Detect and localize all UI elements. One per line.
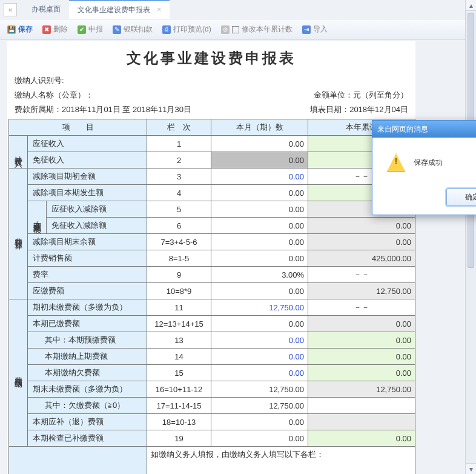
section-sub-period: 本期减除额	[28, 201, 47, 234]
section-calc: 费额计算	[9, 169, 28, 299]
row-item: 本期应补（退）费额	[28, 414, 147, 430]
tab-desktop[interactable]: 办税桌面	[23, 1, 69, 18]
section-pay: 费额缴纳	[9, 299, 28, 447]
row-item: 其中：欠缴费额（≧0）	[28, 398, 147, 414]
amount-unit: 金额单位：元（列至角分）	[314, 90, 408, 101]
fill-date: 2018年12月04日	[349, 105, 408, 114]
print-label: 打印预览(d)	[173, 24, 211, 35]
row-item: 免征收入	[28, 152, 147, 169]
row-item: 费率	[28, 267, 147, 283]
table-row: 其中：欠缴费额（≧0）17=11-14-1512,750.00	[9, 398, 415, 414]
import-label: 导入	[313, 24, 328, 35]
table-row: 应缴费额10=8*90.0012,750.00	[9, 283, 415, 299]
row-item: 减除项目本期发生额	[28, 185, 147, 201]
row-item: 本期缴纳欠费额	[28, 365, 147, 381]
table-row: 本期检查已补缴费额190.000.00	[9, 430, 415, 447]
save-label: 保存	[18, 24, 33, 35]
unionpay-button[interactable]: ✎银联扣款	[113, 24, 153, 35]
declare-button[interactable]: ✔申报	[78, 24, 103, 35]
message-dialog: 来自网页的消息 ✕ 保存成功 确定	[372, 120, 476, 215]
delete-button[interactable]: ✖删除	[42, 24, 68, 35]
block-icon: ⊘	[221, 25, 230, 34]
row-item: 应征收入	[28, 136, 147, 152]
row-item: 期初未缴费额（多缴为负）	[28, 299, 147, 316]
table-row: 期末未缴费额（多缴为负）16=10+11-1212,750.0012,750.0…	[9, 381, 415, 398]
unionpay-label: 银联扣款	[124, 24, 153, 35]
row-item: 应缴费额	[28, 283, 147, 299]
ok-button[interactable]: 确定	[446, 189, 476, 206]
period-from: 2018年11月01日	[62, 104, 121, 115]
row-item: 本期检查已补缴费额	[28, 430, 147, 447]
section-income: 计费收入	[9, 136, 28, 169]
period-to-word: 至	[122, 104, 130, 115]
period-to: 2018年11月30日	[133, 104, 191, 115]
row-item: 减除项目期末余额	[28, 234, 147, 250]
save-button[interactable]: 💾保存	[7, 24, 33, 35]
table-row: 减除项目期末余额7=3+4-5-60.000.00	[9, 234, 415, 250]
dialog-titlebar[interactable]: 来自网页的消息 ✕	[372, 121, 476, 138]
import-button[interactable]: ⇥导入	[302, 24, 328, 35]
vertical-scrollbar[interactable]: ▴ ▾	[465, 0, 476, 474]
toolbar: 💾保存 ✖删除 ✔申报 ✎银联扣款 ⎙打印预览(d) ⊘修改本年累计数 ⇥导入	[0, 19, 476, 40]
table-row: 其中：本期预缴费额130.000.00	[9, 332, 415, 349]
check-icon: ✔	[78, 25, 86, 34]
table-row: 免征收入20.000.00	[9, 152, 415, 169]
row-item: 其中：本期预缴费额	[28, 332, 147, 349]
tab-label: 办税桌面	[31, 5, 61, 13]
tab-bar: « 办税桌面 文化事业建设费申报表 ×	[0, 0, 476, 19]
row-item: 免征收入减除额	[47, 218, 147, 234]
row-item: 减除项目期初金额	[28, 169, 147, 185]
table-row: 减除项目本期发生额40.000.00	[9, 185, 415, 201]
row-item: 应征收入减除额	[47, 201, 147, 218]
dialog-title-text: 来自网页的消息	[377, 124, 428, 135]
back-button[interactable]: «	[4, 3, 17, 16]
period-label: 费款所属期：	[15, 104, 62, 115]
table-row: 计费销售额8=1-50.00425,000.00	[9, 250, 415, 267]
fill-date-label: 填表日期：	[310, 105, 349, 114]
row-item: 本期已缴费额	[28, 316, 147, 332]
table-row: 本期减除额应征收入减除额50.000.00	[9, 201, 415, 218]
footer-right: 如缴纳义务人填报，由缴纳义务人填写以下各栏： 办税人员（签章）： 财务负责人（签…	[147, 447, 415, 475]
adjust-button[interactable]: ⊘修改本年累计数	[221, 24, 293, 35]
row-item: 计费销售额	[28, 250, 147, 267]
trash-icon: ✖	[42, 25, 51, 34]
warning-icon	[387, 153, 405, 172]
col-month: 本月（期）数	[211, 119, 308, 136]
row-item: 期末未缴费额（多缴为负）	[28, 381, 147, 398]
import-icon: ⇥	[302, 25, 311, 34]
report-page: 文化事业建设费申报表 缴纳人识别号: 缴纳人名称（公章）： 金额单位：元（列至角…	[7, 41, 415, 474]
col-seq: 栏 次	[147, 119, 211, 136]
report-table: 项 目 栏 次 本月（期）数 本年累计 计费收入应征收入10.00425,000…	[8, 119, 415, 474]
table-row: 本期应补（退）费额18=10-130.00	[9, 414, 415, 430]
adjust-checkbox[interactable]	[232, 26, 239, 33]
taxpayer-name-label: 缴纳人名称（公章）：	[15, 90, 93, 101]
adjust-label: 修改本年累计数	[242, 24, 293, 35]
table-row: 费率93.00%－－	[9, 267, 415, 283]
tab-label: 文化事业建设费申报表	[78, 5, 150, 14]
save-icon: 💾	[7, 25, 16, 34]
footer-left	[9, 447, 147, 475]
scroll-up-icon[interactable]: ▴	[466, 0, 476, 11]
row-item: 本期缴纳上期费额	[28, 349, 147, 365]
col-item: 项 目	[9, 119, 147, 136]
dialog-message: 保存成功	[414, 158, 443, 168]
pin-icon: ✎	[113, 25, 121, 34]
table-row: 本期已缴费额12=13+14+150.000.00	[9, 316, 415, 332]
close-icon[interactable]: ×	[157, 5, 161, 14]
page-title: 文化事业建设费申报表	[7, 45, 415, 74]
delete-label: 删除	[53, 24, 68, 35]
table-row: 计费收入应征收入10.00425,000.00	[9, 136, 415, 152]
print-icon: ⎙	[162, 25, 171, 34]
fill-note: 如缴纳义务人填报，由缴纳义务人填写以下各栏：	[151, 449, 411, 460]
print-button[interactable]: ⎙打印预览(d)	[162, 24, 211, 35]
table-row: 本期缴纳欠费额150.000.00	[9, 365, 415, 381]
declare-label: 申报	[88, 24, 103, 35]
taxpayer-id-label: 缴纳人识别号:	[15, 75, 64, 86]
tab-report[interactable]: 文化事业建设费申报表 ×	[69, 0, 170, 19]
table-row: 费额计算减除项目期初金额30.00－－	[9, 169, 415, 185]
table-row: 本期缴纳上期费额140.000.00	[9, 349, 415, 365]
table-row: 费额缴纳期初未缴费额（多缴为负）1112,750.00－－	[9, 299, 415, 316]
table-row: 免征收入减除额60.000.00	[9, 218, 415, 234]
scroll-down-icon[interactable]: ▾	[466, 463, 476, 474]
